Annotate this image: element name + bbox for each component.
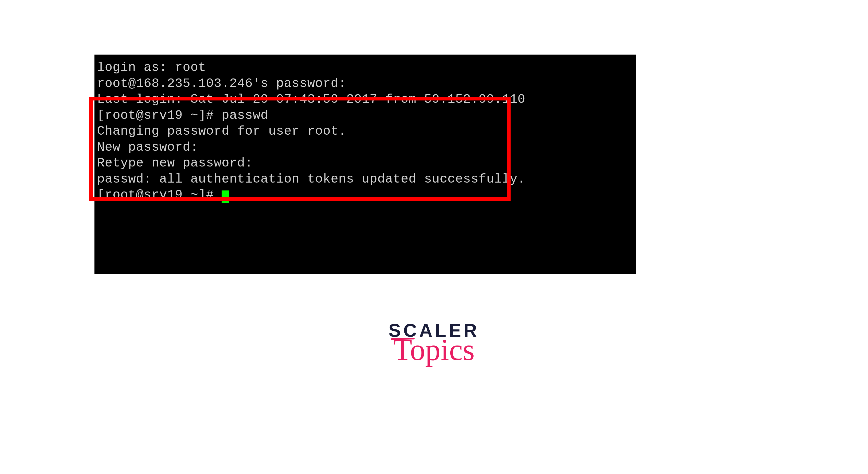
terminal-content: login as: root root@168.235.103.246's pa… (97, 60, 633, 203)
terminal-cursor (222, 191, 229, 203)
terminal-line: passwd: all authentication tokens update… (97, 171, 633, 188)
terminal-line: [root@srv19 ~]# passwd (97, 108, 633, 124)
terminal-prompt-text: [root@srv19 ~]# (97, 188, 222, 202)
terminal-prompt-line: [root@srv19 ~]# (97, 187, 633, 203)
scaler-topics-logo: SCALER Topics (389, 321, 479, 364)
terminal-line: Changing password for user root. (97, 124, 633, 139)
terminal-line: login as: root (97, 60, 633, 76)
terminal-window[interactable]: login as: root root@168.235.103.246's pa… (94, 55, 636, 274)
terminal-line: Last login: Sat Jul 29 07:43:59 2017 fro… (97, 92, 633, 108)
terminal-line: New password: (97, 139, 633, 156)
terminal-line: Retype new password: (97, 155, 633, 171)
terminal-line: root@168.235.103.246's password: (97, 76, 633, 92)
logo-topics-text: Topics (389, 336, 479, 364)
